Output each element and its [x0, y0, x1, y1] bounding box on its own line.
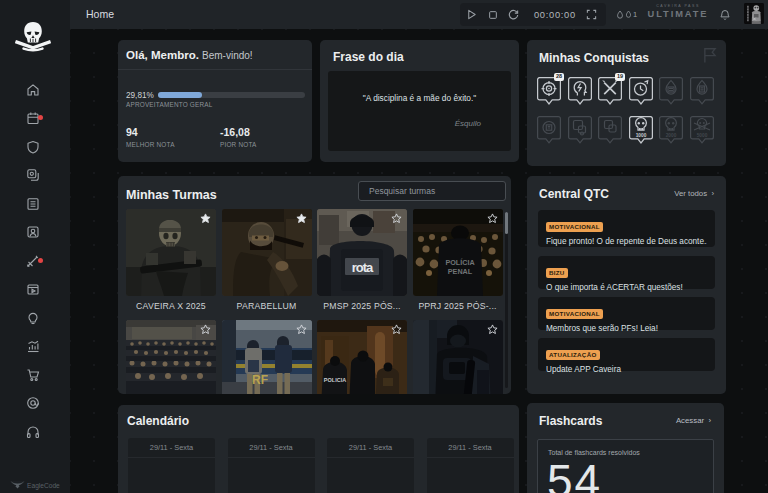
- svg-text:rota: rota: [352, 260, 374, 275]
- svg-text:2000: 2000: [666, 132, 677, 137]
- svg-text:1000: 1000: [635, 132, 646, 137]
- svg-text:5000: 5000: [696, 132, 707, 137]
- svg-text:POLÍCIA: POLÍCIA: [445, 258, 474, 267]
- svg-text:RF: RF: [252, 373, 268, 387]
- svg-text:POLICIA: POLICIA: [324, 377, 346, 383]
- svg-text:PENAL: PENAL: [447, 267, 472, 276]
